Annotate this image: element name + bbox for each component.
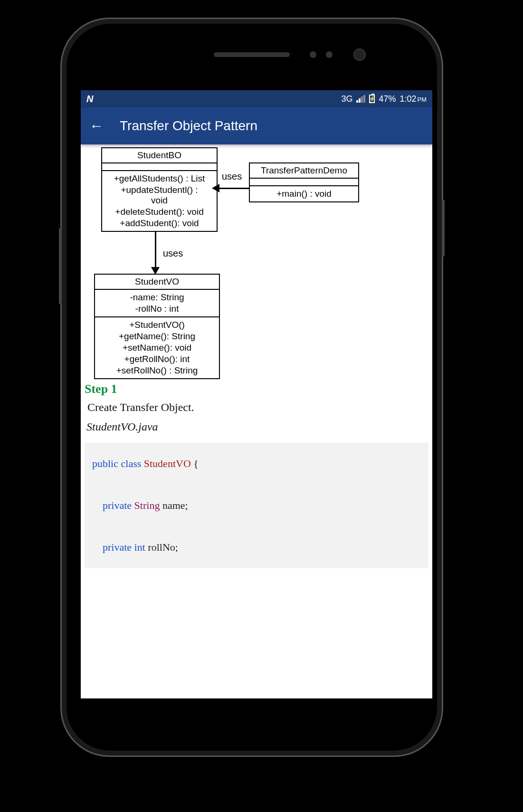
app-bar: ← Transfer Object Pattern [81,107,432,144]
step-heading: Step 1 [85,382,428,396]
uml-diagram: StudentBO +getAllStudents() : List +upda… [85,147,428,380]
phone-speaker [214,52,290,57]
code-line: public class StudentVO { [92,453,421,474]
uml-class-studentbo: StudentBO +getAllStudents() : List +upda… [101,147,218,232]
uml-relation-label: uses [163,248,183,259]
back-arrow-icon[interactable]: ← [89,118,104,134]
status-bar: N 3G ⚡ 47% 1:02PM [81,90,432,107]
uml-class-name: StudentVO [95,275,219,290]
uml-class-transferpatterndemo: TransferPatternDemo +main() : void [249,162,359,202]
uml-class-name: TransferPatternDemo [250,163,358,179]
phone-camera [353,48,366,61]
battery-percent: 47% [379,94,396,104]
uml-relation-label: uses [222,171,242,182]
uml-attributes-empty [250,179,358,186]
clock-time: 1:02PM [399,94,427,104]
phone-sensors [310,51,333,58]
uml-attributes: -name: String -rollNo : int [95,290,219,317]
page-title: Transfer Object Pattern [120,118,257,134]
uml-class-name: StudentBO [102,148,217,163]
phone-frame: N 3G ⚡ 47% 1:02PM ← Transfer Object Patt… [62,19,442,755]
nav-indicator-icon: N [86,94,93,105]
uml-class-studentvo: StudentVO -name: String -rollNo : int +S… [94,274,220,379]
uml-arrowhead-icon [151,267,160,275]
step-description: Create Transfer Object. [87,401,428,414]
phone-bezel: N 3G ⚡ 47% 1:02PM ← Transfer Object Patt… [67,24,437,751]
code-line: private String name; [92,495,421,516]
code-filename: StudentVO.java [86,420,428,433]
battery-icon: ⚡ [369,95,375,103]
uml-methods: +getAllStudents() : List +updateStudentl… [102,171,217,231]
volume-button [59,228,62,304]
screen: N 3G ⚡ 47% 1:02PM ← Transfer Object Patt… [81,90,432,698]
uml-methods: +StudentVO() +getName(): String +setName… [95,317,219,378]
uml-arrow [218,188,249,189]
uml-arrow [155,231,156,268]
code-line: private int rollNo; [92,537,421,558]
content-area[interactable]: StudentBO +getAllStudents() : List +upda… [81,144,432,698]
uml-arrowhead-icon [212,184,219,192]
uml-methods: +main() : void [250,186,358,201]
power-button [442,200,445,257]
network-type: 3G [341,94,352,104]
signal-icon [356,95,365,103]
uml-attributes-empty [102,163,217,171]
code-block: public class StudentVO { private String … [85,443,428,568]
